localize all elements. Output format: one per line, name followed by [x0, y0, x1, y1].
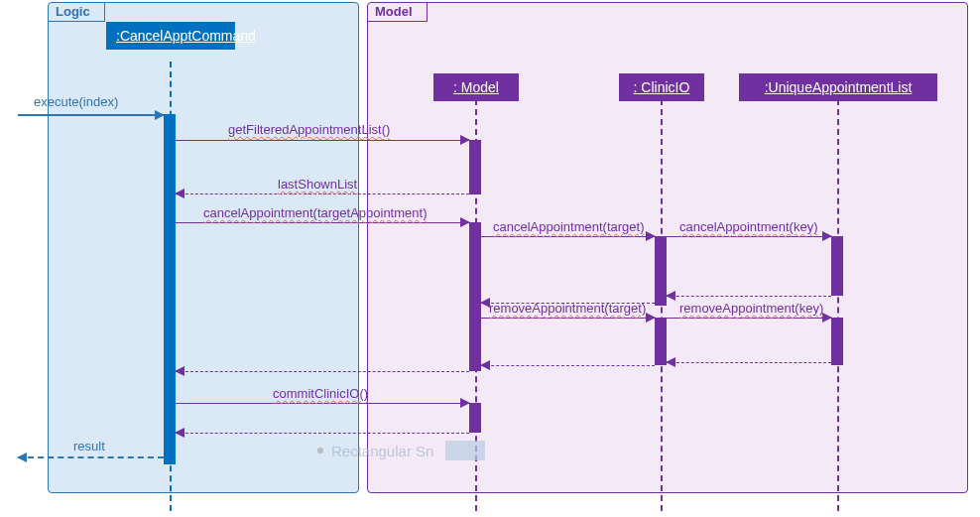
activation-ual-2 [831, 318, 843, 365]
lifeline-label: : Model [453, 79, 499, 95]
msg-result [18, 456, 164, 458]
msg-last-shown-label: lastShownList [278, 177, 357, 192]
lifeline-head-clinicio: : ClinicIO [619, 73, 704, 101]
msg-remove-key [667, 318, 831, 319]
lifeline-head-model: : Model [433, 73, 519, 101]
activation-model-1 [469, 140, 481, 194]
msg-remove-key-label: removeAppointment(key) [679, 301, 823, 316]
msg-remove-target-label: removeAppointment(target) [489, 301, 646, 316]
logic-frame: Logic [48, 2, 359, 493]
msg-cancel-key [667, 236, 831, 237]
msg-return-clinicio-2 [481, 365, 655, 366]
msg-cancel-key-label: cancelAppointment(key) [679, 219, 817, 234]
lifeline-label: : ClinicIO [634, 79, 690, 95]
logic-frame-label: Logic [48, 2, 105, 22]
msg-cancel-target-appt-label: cancelAppointment(targetAppointment) [203, 205, 427, 220]
lifeline-ual [837, 99, 839, 511]
lifeline-label: :CancelApptCommand [116, 28, 256, 44]
msg-cancel-target-appt [176, 222, 469, 223]
activation-model-3 [469, 403, 481, 433]
msg-cancel-target-label: cancelAppointment(target) [493, 219, 644, 234]
msg-get-filtered-label: getFilteredAppointmentList() [228, 122, 390, 137]
msg-return-commit [176, 433, 469, 434]
watermark-text: Rectangular Sn [331, 443, 433, 459]
msg-commit [176, 403, 469, 404]
msg-last-shown [176, 194, 469, 194]
watermark-cut [445, 441, 485, 460]
model-frame-label: Model [367, 2, 428, 22]
lifeline-head-cancel-command: :CancelApptCommand [106, 22, 235, 50]
msg-result-label: result [73, 439, 105, 453]
msg-get-filtered [176, 140, 469, 141]
activation-model-2 [469, 222, 481, 371]
msg-cancel-target [481, 236, 655, 237]
activation-ual-1 [831, 236, 843, 296]
bullet-icon [317, 448, 323, 453]
watermark: Rectangular Sn [317, 441, 485, 460]
lifeline-label: :UniqueAppointmentList [765, 79, 913, 95]
msg-remove-target [481, 318, 655, 319]
activation-cmd [164, 114, 176, 464]
lifeline-head-ual: :UniqueAppointmentList [739, 73, 937, 101]
msg-return-model [176, 371, 469, 372]
msg-commit-label: commitClinicIO() [273, 386, 368, 401]
msg-return-ual-2 [667, 362, 831, 363]
msg-execute-label: execute(index) [34, 94, 118, 109]
msg-return-ual-1 [667, 296, 831, 297]
msg-execute [18, 114, 164, 116]
